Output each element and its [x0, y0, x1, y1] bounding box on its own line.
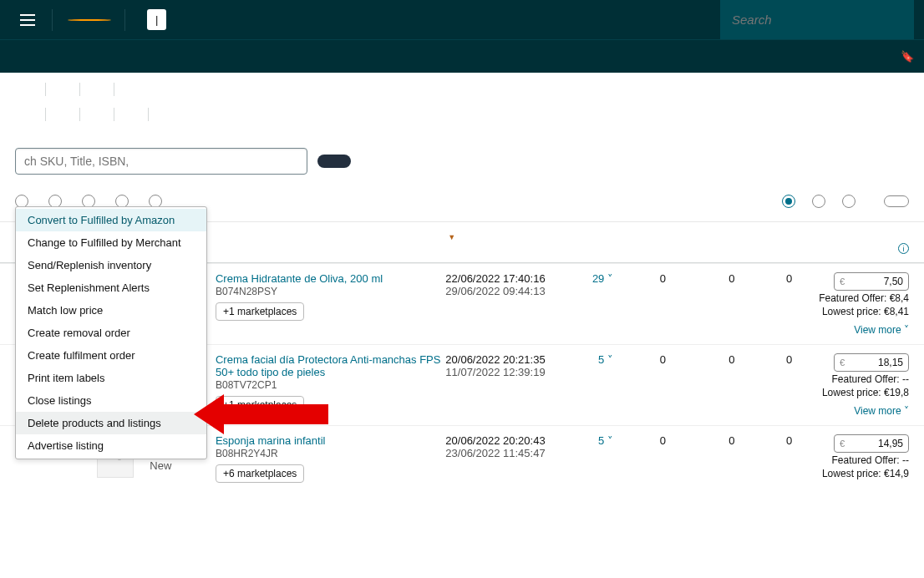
reserved-val: 0: [786, 353, 792, 366]
unfulfillable-val: 0: [729, 353, 734, 366]
date-changed: 23/06/2022 11:45:47: [445, 447, 545, 459]
product-asin: B08TV72CP1: [216, 379, 277, 391]
product-asin: B08HR2Y4JR: [216, 448, 278, 459]
top-bar: |: [0, 0, 924, 39]
divider: [45, 83, 46, 96]
inbound-val: 0: [660, 353, 666, 366]
global-search-input[interactable]: [732, 13, 902, 27]
logo-smile-icon: [68, 19, 111, 21]
divider: [52, 9, 53, 31]
hamburger-icon[interactable]: [10, 9, 45, 31]
radio-ftype-all[interactable]: [782, 195, 795, 208]
price-input[interactable]: €14,95: [834, 434, 909, 453]
bookmark-icon[interactable]: 🔖: [901, 50, 914, 63]
dropdown-item[interactable]: Change to Fulfilled by Merchant: [16, 231, 206, 254]
inventory-search-input[interactable]: [15, 148, 307, 175]
store-selector[interactable]: |: [147, 9, 166, 30]
product-name-link[interactable]: Esponja marina infantil: [216, 434, 326, 447]
reserved-val: 0: [786, 272, 792, 285]
info-icon[interactable]: i: [898, 243, 909, 254]
page-title-row: [0, 133, 924, 148]
unfulfillable-val: 0: [729, 434, 734, 447]
featured-offer: Featured Offer: €8,4: [819, 292, 909, 304]
lowest-price: Lowest price: €8,41: [822, 306, 909, 317]
row-condition: New: [150, 459, 171, 472]
global-search[interactable]: [720, 0, 914, 39]
fulfilment-type-group: [774, 195, 909, 208]
listing-tools-row: [15, 83, 909, 96]
view-more-link[interactable]: View more ˅: [854, 324, 909, 336]
inbound-val: 0: [660, 272, 666, 285]
dropdown-item[interactable]: Convert to Fulfilled by Amazon: [16, 209, 206, 231]
dropdown-item[interactable]: Match low price: [16, 299, 206, 322]
marketplaces-pill[interactable]: +6 marketplaces: [216, 464, 304, 483]
price-input[interactable]: €18,15: [834, 353, 909, 372]
dropdown-item[interactable]: Create removal order: [16, 322, 206, 344]
date-changed: 29/06/2022 09:44:13: [445, 285, 545, 297]
price-input[interactable]: €7,50: [834, 272, 909, 291]
divider: [114, 83, 114, 96]
th-date[interactable]: [445, 231, 455, 242]
fba-tools-row: [15, 108, 909, 121]
featured-offer: Featured Offer: --: [832, 373, 909, 385]
product-name-link[interactable]: Crema Hidratante de Oliva, 200 ml: [216, 272, 383, 285]
available-link[interactable]: 29 ˅: [592, 272, 613, 285]
dropdown-item[interactable]: Send/Replenish inventory: [16, 254, 206, 276]
date-created: 20/06/2022 20:20:43: [445, 434, 545, 447]
divider: [45, 108, 46, 121]
available-link[interactable]: 5 ˅: [598, 353, 613, 366]
radio-ftype-merchant[interactable]: [842, 195, 855, 208]
bulk-action-dropdown[interactable]: Convert to Fulfilled by AmazonChange to …: [15, 206, 207, 459]
lowest-price: Lowest price: €14,9: [822, 468, 909, 479]
lowest-price: Lowest price: €19,8: [822, 387, 909, 398]
product-name-link[interactable]: Crema facial día Protectora Anti-manchas…: [216, 353, 441, 378]
divider: [114, 108, 114, 121]
dropdown-item[interactable]: Print item labels: [16, 367, 206, 389]
dropdown-item[interactable]: Create fulfilment order: [16, 344, 206, 367]
dropdown-item[interactable]: Close listings: [16, 389, 206, 412]
tool-links: [0, 73, 924, 121]
available-link[interactable]: 5 ˅: [598, 434, 613, 447]
dropdown-item[interactable]: Delete products and listings: [16, 412, 206, 434]
marketplaces-pill[interactable]: +1 marketplaces: [216, 396, 304, 414]
search-button[interactable]: [317, 155, 351, 168]
featured-offer: Featured Offer: --: [832, 454, 909, 466]
add-filter-button[interactable]: [884, 195, 909, 207]
reserved-val: 0: [786, 434, 792, 447]
inbound-val: 0: [660, 434, 666, 447]
inventory-search-row: [0, 148, 924, 186]
divider: [79, 83, 80, 96]
favourites-bar: 🔖: [0, 39, 924, 73]
radio-ftype-amazon[interactable]: [812, 195, 825, 208]
divider: [79, 108, 80, 121]
dropdown-item[interactable]: Set Replenishment Alerts: [16, 276, 206, 299]
divider: [148, 108, 149, 121]
dropdown-item[interactable]: Advertise listing: [16, 434, 206, 457]
date-created: 20/06/2022 20:21:35: [445, 353, 545, 366]
unfulfillable-val: 0: [729, 272, 734, 285]
marketplaces-pill[interactable]: +1 marketplaces: [216, 302, 304, 321]
view-more-link[interactable]: View more ˅: [854, 405, 909, 417]
date-changed: 11/07/2022 12:39:19: [445, 366, 545, 378]
date-created: 22/06/2022 17:40:16: [445, 272, 545, 285]
product-asin: B074N28PSY: [216, 286, 277, 297]
divider: [124, 9, 125, 31]
